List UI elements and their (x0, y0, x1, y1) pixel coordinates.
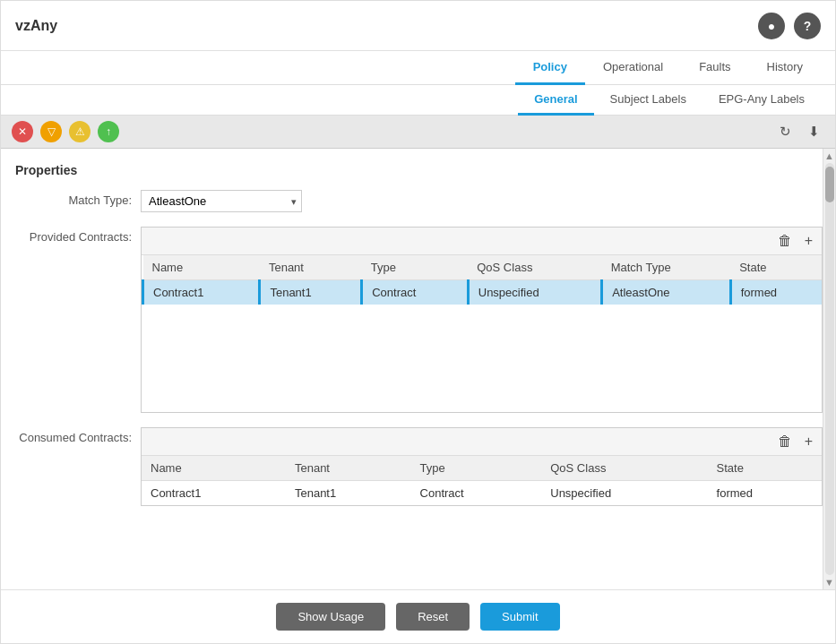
cell-name: Contract1 (142, 481, 286, 506)
toolbar-icon-yellow[interactable]: ⚠ (69, 121, 90, 142)
header-icons: ● ? (758, 13, 821, 39)
match-type-field: AtleastOne All None AtmostOne ▾ (141, 190, 823, 212)
col-type-provided: Type (362, 255, 469, 280)
consumed-contracts-row: Consumed Contracts: 🗑 + Name Tenant (15, 427, 823, 506)
submit-button[interactable]: Submit (480, 603, 559, 631)
scrollbar-thumb[interactable] (825, 167, 834, 202)
table-row[interactable]: Contract1 Tenant1 Contract Unspecified A… (143, 280, 823, 305)
tab-faults[interactable]: Faults (681, 51, 748, 85)
toolbar-icon-green[interactable]: ↑ (98, 121, 119, 142)
main-content: Properties Match Type: AtleastOne All No… (1, 149, 835, 589)
match-type-select-wrapper: AtleastOne All None AtmostOne ▾ (141, 190, 302, 212)
cell-type: Contract (411, 481, 542, 506)
user-icon-btn[interactable]: ● (758, 13, 785, 39)
tab-operational[interactable]: Operational (585, 51, 681, 85)
app-container: vzAny ● ? Policy Operational Faults Hist… (0, 0, 836, 644)
match-type-label: Match Type: (15, 190, 141, 207)
main-tabs: Policy Operational Faults History (1, 51, 835, 85)
col-tenant-provided: Tenant (260, 255, 362, 280)
toolbar-icons: ✕ ▽ ⚠ ↑ (12, 121, 119, 142)
tab-history[interactable]: History (749, 51, 821, 85)
tab-general[interactable]: General (518, 85, 593, 116)
toolbar-icon-orange[interactable]: ▽ (40, 121, 62, 142)
match-type-row: Match Type: AtleastOne All None AtmostOn… (15, 190, 823, 212)
consumed-contracts-tbody: Contract1 Tenant1 Contract Unspecified f… (142, 481, 822, 506)
properties-title: Properties (15, 163, 823, 177)
consumed-contracts-table: Name Tenant Type QoS Class State Contrac… (142, 456, 822, 505)
scrollbar-track[interactable] (825, 163, 834, 575)
col-type-consumed: Type (411, 456, 542, 481)
provided-contracts-field: 🗑 + Name Tenant Type QoS Class Match (141, 227, 823, 413)
tab-policy[interactable]: Policy (515, 51, 585, 85)
consumed-contracts-add-btn[interactable]: + (801, 432, 816, 451)
tab-subject-labels[interactable]: Subject Labels (594, 85, 702, 116)
provided-contracts-label: Provided Contracts: (15, 227, 141, 244)
provided-contracts-header-row: Name Tenant Type QoS Class Match Type St… (143, 255, 823, 280)
provided-contracts-add-btn[interactable]: + (801, 231, 816, 251)
col-state-consumed: State (708, 456, 822, 481)
provided-contracts-row: Provided Contracts: 🗑 + Name Tenant (15, 227, 823, 413)
consumed-contracts-thead: Name Tenant Type QoS Class State (142, 456, 822, 481)
refresh-btn[interactable]: ↻ (774, 121, 796, 142)
consumed-contracts-delete-btn[interactable]: 🗑 (774, 432, 796, 451)
provided-contracts-tbody: Contract1 Tenant1 Contract Unspecified A… (143, 280, 823, 413)
cell-tenant: Tenant1 (286, 481, 411, 506)
toolbar: ✕ ▽ ⚠ ↑ ↻ ⬇ (1, 116, 835, 149)
consumed-contracts-header-row: Name Tenant Type QoS Class State (142, 456, 822, 481)
col-match-type-provided: Match Type (602, 255, 730, 280)
reset-button[interactable]: Reset (396, 603, 470, 631)
consumed-contracts-field: 🗑 + Name Tenant Type QoS Class State (141, 427, 823, 506)
provided-contracts-toolbar: 🗑 + (142, 228, 822, 255)
tab-epg-any-labels[interactable]: EPG-Any Labels (702, 85, 821, 116)
col-state-provided: State (730, 255, 822, 280)
sub-tabs: General Subject Labels EPG-Any Labels (1, 85, 835, 116)
cell-name: Contract1 (143, 280, 260, 305)
cell-qos: Unspecified (541, 481, 707, 506)
scroll-up-btn[interactable]: ▲ (824, 150, 834, 161)
match-type-select[interactable]: AtleastOne All None AtmostOne (141, 190, 302, 212)
empty-cell (143, 305, 823, 412)
cell-state: formed (730, 280, 822, 305)
download-btn[interactable]: ⬇ (803, 121, 824, 142)
col-qos-provided: QoS Class (468, 255, 601, 280)
cell-qos: Unspecified (468, 280, 601, 305)
toolbar-icon-red[interactable]: ✕ (12, 121, 33, 142)
provided-contracts-thead: Name Tenant Type QoS Class Match Type St… (143, 255, 823, 280)
cell-tenant: Tenant1 (260, 280, 362, 305)
bottom-bar: Show Usage Reset Submit (1, 589, 835, 643)
cell-type: Contract (362, 280, 469, 305)
consumed-contracts-area: 🗑 + Name Tenant Type QoS Class State (141, 427, 823, 506)
consumed-contracts-toolbar: 🗑 + (142, 428, 822, 456)
header: vzAny ● ? (1, 1, 835, 51)
provided-contracts-table: Name Tenant Type QoS Class Match Type St… (142, 255, 822, 412)
toolbar-right: ↻ ⬇ (774, 121, 824, 142)
help-icon-btn[interactable]: ? (794, 13, 821, 39)
consumed-contracts-label: Consumed Contracts: (15, 427, 141, 444)
cell-state: formed (708, 481, 822, 506)
show-usage-button[interactable]: Show Usage (276, 603, 385, 631)
provided-contracts-area: 🗑 + Name Tenant Type QoS Class Match (141, 227, 823, 413)
cell-match-type: AtleastOne (602, 280, 730, 305)
content-area: Properties Match Type: AtleastOne All No… (1, 149, 823, 589)
scrollbar[interactable]: ▲ ▼ (823, 149, 835, 589)
col-qos-consumed: QoS Class (541, 456, 707, 481)
col-name-provided: Name (143, 255, 260, 280)
col-tenant-consumed: Tenant (286, 456, 411, 481)
table-row[interactable]: Contract1 Tenant1 Contract Unspecified f… (142, 481, 822, 506)
empty-row (143, 305, 823, 412)
app-title: vzAny (15, 18, 57, 34)
provided-contracts-delete-btn[interactable]: 🗑 (774, 231, 796, 251)
scroll-down-btn[interactable]: ▼ (824, 577, 834, 588)
col-name-consumed: Name (142, 456, 286, 481)
